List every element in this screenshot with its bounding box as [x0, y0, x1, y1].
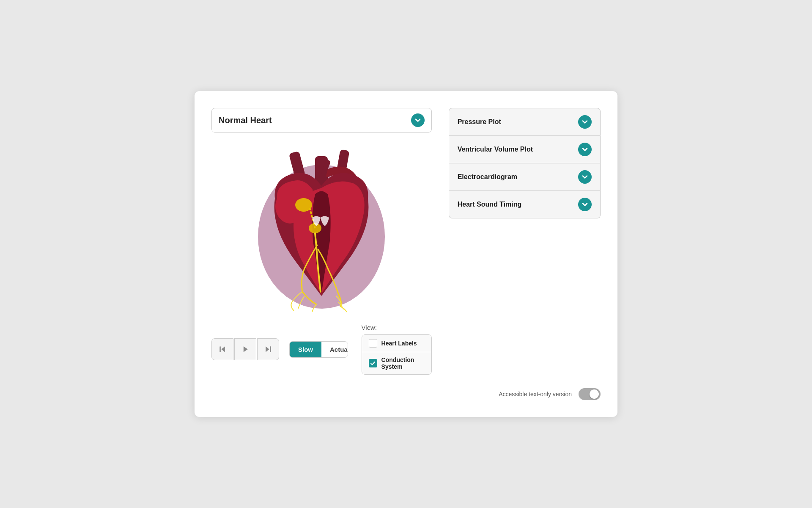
dropdown-label: Normal Heart	[219, 116, 272, 125]
view-label: View:	[362, 324, 432, 331]
play-button[interactable]	[234, 338, 256, 360]
chevron-down-icon	[582, 146, 588, 153]
toggle-knob	[590, 389, 599, 399]
controls-row: Slow Actual View: Heart Labels	[211, 324, 432, 375]
heart-labels-label: Heart Labels	[381, 340, 417, 347]
left-panel: Normal Heart	[211, 108, 432, 375]
ventricular-volume-chevron	[578, 143, 592, 156]
actual-speed-button[interactable]: Actual	[321, 342, 348, 357]
accessible-toggle[interactable]	[579, 388, 601, 400]
conduction-system-checkbox[interactable]	[369, 359, 377, 367]
heart-type-dropdown[interactable]: Normal Heart	[211, 108, 432, 133]
heart-labels-option[interactable]: Heart Labels	[362, 335, 431, 352]
heart-sound-timing-label: Heart Sound Timing	[458, 201, 522, 208]
chevron-down-icon	[582, 201, 588, 208]
svg-rect-6	[219, 346, 221, 352]
conduction-system-option[interactable]: Conduction System	[362, 352, 431, 374]
speed-toggle: Slow Actual	[289, 341, 348, 358]
electrocardiogram-label: Electrocardiogram	[458, 173, 517, 181]
pressure-plot-chevron	[578, 115, 592, 129]
ventricular-volume-plot-item[interactable]: Ventricular Volume Plot	[449, 136, 601, 163]
top-row: Normal Heart	[211, 108, 601, 375]
pressure-plot-label: Pressure Plot	[458, 118, 501, 126]
heart-labels-checkbox[interactable]	[369, 339, 377, 348]
dropdown-chevron-icon	[411, 113, 425, 127]
checkmark-icon	[370, 361, 376, 366]
heart-sound-timing-chevron	[578, 198, 592, 211]
skip-back-button[interactable]	[211, 338, 233, 360]
electrocardiogram-chevron	[578, 170, 592, 184]
view-panel: View: Heart Labels Condu	[362, 324, 432, 375]
main-container: Normal Heart	[195, 91, 617, 417]
conduction-system-label: Conduction System	[381, 356, 425, 370]
accessible-text-label: Accessible text-only version	[499, 391, 572, 398]
skip-back-icon	[218, 345, 227, 353]
pressure-plot-item[interactable]: Pressure Plot	[449, 108, 601, 136]
skip-forward-button[interactable]	[257, 338, 279, 360]
svg-rect-7	[270, 346, 271, 352]
heart-image-area	[211, 139, 432, 317]
view-options: Heart Labels Conduction System	[362, 334, 432, 375]
heart-illustration	[250, 144, 393, 313]
chevron-down-icon	[414, 117, 421, 124]
chevron-down-icon	[582, 119, 588, 125]
playback-buttons	[211, 338, 279, 360]
play-icon	[241, 345, 250, 353]
slow-speed-button[interactable]: Slow	[290, 342, 321, 357]
chevron-down-icon	[582, 174, 588, 180]
ventricular-volume-label: Ventricular Volume Plot	[458, 146, 533, 153]
bottom-row: Accessible text-only version	[211, 388, 601, 400]
skip-forward-icon	[264, 345, 272, 353]
electrocardiogram-item[interactable]: Electrocardiogram	[449, 163, 601, 191]
heart-sound-timing-item[interactable]: Heart Sound Timing	[449, 191, 601, 218]
right-panel: Pressure Plot Ventricular Volume Plot El…	[449, 108, 601, 218]
